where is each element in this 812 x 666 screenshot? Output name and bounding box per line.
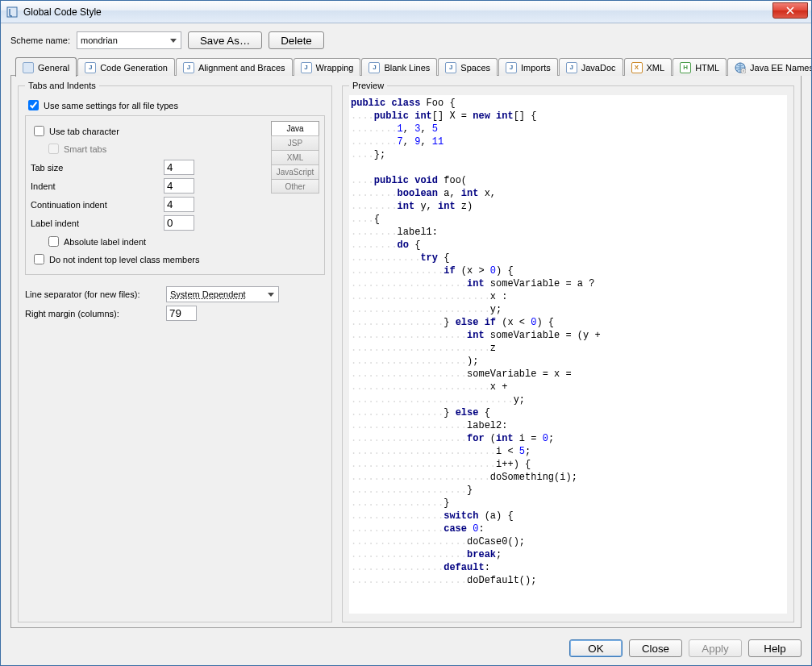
tab-spaces[interactable]: J Spaces xyxy=(438,58,498,76)
lang-settings: Use tab character Smart tabs Tab size xyxy=(25,115,325,275)
use-same-row: Use same settings for all file types xyxy=(25,98,325,113)
right-margin-input[interactable] xyxy=(166,306,197,321)
doc-icon xyxy=(23,62,34,73)
indent-fields: Use tab character Smart tabs Tab size xyxy=(31,121,268,269)
tab-blank-lines[interactable]: J Blank Lines xyxy=(361,58,437,76)
tab-xml[interactable]: X XML xyxy=(624,58,673,76)
tab-javadoc-label: JavaDoc xyxy=(581,63,616,73)
tabs: General J Code Generation J Alignment an… xyxy=(15,57,802,76)
j-icon: J xyxy=(183,62,194,73)
tab-html-label: HTML xyxy=(695,63,719,73)
no-toplevel-row: Do not indent top level class members xyxy=(31,252,268,267)
tab-codegen-label: Code Generation xyxy=(100,63,168,73)
label-indent-label: Label indent xyxy=(31,219,164,228)
preview-legend: Preview xyxy=(349,81,387,90)
line-sep-label: Line separator (for new files): xyxy=(25,289,166,299)
j-icon: J xyxy=(301,62,312,73)
left-column: Tabs and Indents Use same settings for a… xyxy=(18,81,332,622)
cont-indent-row: Continuation indent xyxy=(31,197,268,212)
dialog-buttons: OK Close Apply Help xyxy=(1,633,811,665)
indent-input[interactable] xyxy=(164,178,194,194)
no-toplevel-label[interactable]: Do not indent top level class members xyxy=(49,255,199,264)
scheme-label: Scheme name: xyxy=(10,35,70,45)
tab-general[interactable]: General xyxy=(15,57,77,77)
tab-size-label: Tab size xyxy=(31,163,164,173)
right-margin-label: Right margin (columns): xyxy=(25,309,166,318)
use-tabchar-row: Use tab character xyxy=(31,123,268,139)
lang-tab-other[interactable]: Other xyxy=(271,179,319,194)
lang-tabs: Java JSP XML JavaScript Other xyxy=(271,121,319,269)
preview-pane[interactable]: public class Foo { ....public int[] X = … xyxy=(349,95,787,614)
use-same-checkbox[interactable] xyxy=(28,100,39,110)
tab-size-row: Tab size xyxy=(31,160,268,175)
j-icon: J xyxy=(369,62,380,73)
abs-label-label[interactable]: Absolute label indent xyxy=(64,237,146,247)
scheme-value: mondrian xyxy=(81,35,118,45)
tab-imports[interactable]: J Imports xyxy=(498,58,558,76)
close-icon xyxy=(786,6,794,15)
j-icon: J xyxy=(566,62,577,73)
scheme-combo[interactable]: mondrian xyxy=(77,31,181,49)
use-tabchar-label[interactable]: Use tab character xyxy=(49,127,119,136)
dropdown-arrow-icon xyxy=(265,288,277,301)
abs-label-checkbox[interactable] xyxy=(48,236,59,247)
globe-icon xyxy=(735,62,746,73)
tab-general-label: General xyxy=(38,63,69,73)
tab-html[interactable]: H HTML xyxy=(673,58,727,76)
svg-rect-0 xyxy=(7,7,17,17)
tab-size-input[interactable] xyxy=(164,160,194,175)
tab-wrapping[interactable]: J Wrapping xyxy=(294,58,361,76)
no-toplevel-checkbox[interactable] xyxy=(34,254,44,264)
apply-button: Apply xyxy=(689,639,742,657)
general-panel: Tabs and Indents Use same settings for a… xyxy=(10,75,802,628)
label-indent-row: Label indent xyxy=(31,215,268,231)
lang-tab-js[interactable]: JavaScript xyxy=(271,164,319,179)
tabs-indents-legend: Tabs and Indents xyxy=(25,81,99,90)
app-icon xyxy=(6,6,19,19)
lang-tab-jsp[interactable]: JSP xyxy=(271,135,319,150)
indent-label: Indent xyxy=(31,181,164,191)
tab-javaee[interactable]: Java EE Names xyxy=(727,58,811,76)
close-window-button[interactable] xyxy=(772,2,808,19)
tab-spaces-label: Spaces xyxy=(460,63,490,73)
delete-button[interactable]: Delete xyxy=(269,31,324,49)
titlebar: Global Code Style xyxy=(1,1,811,23)
smart-tabs-checkbox xyxy=(48,144,59,154)
save-as-button[interactable]: Save As… xyxy=(188,31,262,49)
smart-tabs-row: Smart tabs xyxy=(45,141,268,156)
label-indent-input[interactable] xyxy=(164,215,194,231)
tab-xml-label: XML xyxy=(647,63,665,73)
scheme-row: Scheme name: mondrian Save As… Delete xyxy=(10,31,802,49)
lang-tab-java[interactable]: Java xyxy=(271,121,319,135)
abs-label-row: Absolute label indent xyxy=(45,234,268,249)
tabs-indents-group: Tabs and Indents Use same settings for a… xyxy=(18,81,332,622)
use-tabchar-checkbox[interactable] xyxy=(34,126,44,136)
bottom-fields: Line separator (for new files): System D… xyxy=(25,275,325,321)
lang-tab-xml[interactable]: XML xyxy=(271,150,319,164)
tab-imports-label: Imports xyxy=(521,63,551,73)
tab-align-label: Alignment and Braces xyxy=(198,63,285,73)
dialog-content: Scheme name: mondrian Save As… Delete Ge… xyxy=(1,23,811,633)
j-icon: J xyxy=(85,62,96,73)
tab-blank-label: Blank Lines xyxy=(384,63,430,73)
tab-ee-label: Java EE Names xyxy=(750,63,811,73)
close-button[interactable]: Close xyxy=(629,639,682,657)
help-button[interactable]: Help xyxy=(748,639,802,657)
indent-row: Indent xyxy=(31,178,268,194)
h-icon: H xyxy=(680,62,691,73)
dropdown-arrow-icon xyxy=(168,34,179,47)
window-title: Global Code Style xyxy=(23,6,102,18)
tab-alignment[interactable]: J Alignment and Braces xyxy=(176,58,293,76)
tab-javadoc[interactable]: J JavaDoc xyxy=(559,58,623,76)
line-sep-combo[interactable]: System Dependent xyxy=(166,286,279,302)
cont-indent-label: Continuation indent xyxy=(31,200,164,210)
use-same-label[interactable]: Use same settings for all file types xyxy=(44,101,178,110)
right-margin-row: Right margin (columns): xyxy=(25,306,325,321)
line-sep-row: Line separator (for new files): System D… xyxy=(25,286,325,302)
cont-indent-input[interactable] xyxy=(164,197,194,212)
line-sep-value: System Dependent xyxy=(170,289,246,299)
dialog: Global Code Style Scheme name: mondrian … xyxy=(0,0,812,666)
tab-code-generation[interactable]: J Code Generation xyxy=(77,58,175,76)
j-icon: J xyxy=(445,62,456,73)
ok-button[interactable]: OK xyxy=(569,639,623,657)
